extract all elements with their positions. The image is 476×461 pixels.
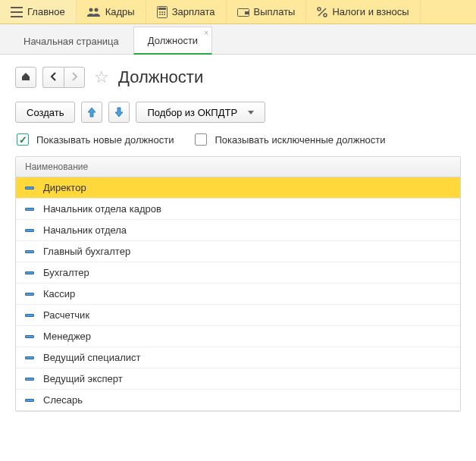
forward-button[interactable] (64, 67, 85, 88)
tab-label: Начальная страница (23, 36, 119, 47)
table-row[interactable]: Ведущий специалист (16, 347, 460, 368)
favorite-icon[interactable]: ☆ (91, 67, 112, 87)
check-icon: ✓ (19, 135, 27, 145)
item-icon (25, 187, 34, 190)
pick-okpdtr-button[interactable]: Подбор из ОКПДТР (136, 102, 265, 123)
tab-home[interactable]: Начальная страница (9, 27, 133, 54)
tab-positions[interactable]: Должности × (133, 27, 212, 55)
arrow-left-icon (49, 72, 58, 83)
move-down-button[interactable] (108, 102, 130, 123)
item-icon (25, 250, 34, 253)
table-row[interactable]: Ведущий эксперт (16, 368, 460, 390)
users-icon (87, 7, 101, 17)
row-name: Директор (43, 182, 86, 193)
arrow-up-icon (87, 107, 96, 118)
svg-point-7 (159, 14, 161, 15)
row-name: Расчетчик (43, 309, 89, 321)
menu-label: Главное (27, 6, 65, 17)
button-label: Создать (27, 107, 64, 118)
tab-bar: Начальная страница Должности × (0, 24, 476, 55)
wallet-icon (237, 7, 249, 17)
percent-icon (317, 7, 327, 17)
checkbox-show-excluded[interactable] (195, 133, 207, 146)
row-name: Начальник отдела (43, 224, 127, 236)
svg-point-12 (318, 8, 321, 11)
svg-rect-3 (158, 8, 166, 10)
item-icon (25, 356, 34, 359)
main-menu: Главное Кадры Зарплата Выплаты Налоги и … (0, 0, 476, 24)
home-button[interactable] (15, 67, 36, 88)
positions-table: Наименование ДиректорНачальник отдела ка… (15, 156, 461, 412)
item-icon (25, 335, 34, 338)
row-name: Слесарь (43, 394, 83, 406)
table-body: ДиректорНачальник отдела кадровНачальник… (16, 177, 460, 411)
menu-label: Зарплата (172, 6, 215, 17)
create-button[interactable]: Создать (15, 102, 75, 123)
row-name: Менеджер (43, 331, 91, 342)
svg-rect-11 (245, 11, 249, 14)
nav-buttons (42, 67, 85, 88)
row-name: Главный бухгалтер (43, 246, 130, 257)
page-title: Должности (118, 67, 203, 87)
filter-bar: ✓ Показывать новые должности Показывать … (15, 133, 461, 146)
item-icon (25, 229, 34, 232)
item-icon (25, 208, 34, 211)
back-button[interactable] (42, 67, 64, 88)
arrow-down-icon (114, 107, 124, 118)
table-row[interactable]: Начальник отдела (16, 220, 460, 241)
column-header: Наименование (25, 162, 88, 172)
row-name: Начальник отдела кадров (43, 203, 161, 215)
row-name: Кассир (43, 288, 75, 299)
item-icon (25, 293, 34, 296)
row-name: Бухгалтер (43, 267, 89, 278)
tab-label: Должности (148, 35, 198, 46)
svg-point-1 (94, 8, 98, 11)
menu-salary[interactable]: Зарплата (146, 0, 227, 24)
arrow-right-icon (70, 72, 79, 83)
move-up-button[interactable] (81, 102, 102, 123)
svg-point-13 (324, 14, 327, 17)
item-icon (25, 314, 34, 317)
table-row[interactable]: Директор (16, 177, 460, 199)
svg-point-9 (164, 14, 165, 15)
table-header[interactable]: Наименование (16, 157, 460, 177)
svg-point-6 (164, 11, 165, 13)
svg-point-0 (89, 8, 92, 11)
menu-personnel[interactable]: Кадры (77, 0, 146, 24)
page-body: ☆ Должности Создать Подбор из ОКПДТР ✓ П… (0, 55, 476, 424)
hamburger-icon (11, 7, 23, 17)
calculator-icon (157, 6, 168, 18)
menu-taxes[interactable]: Налоги и взносы (306, 0, 420, 24)
svg-point-5 (161, 11, 163, 13)
svg-point-4 (159, 11, 161, 13)
table-row[interactable]: Бухгалтер (16, 262, 460, 284)
table-row[interactable]: Начальник отдела кадров (16, 199, 460, 220)
table-row[interactable]: Менеджер (16, 326, 460, 347)
title-bar: ☆ Должности (15, 67, 461, 88)
menu-label: Кадры (105, 6, 135, 17)
table-row[interactable]: Расчетчик (16, 305, 460, 326)
row-name: Ведущий специалист (43, 352, 141, 363)
item-icon (25, 378, 34, 381)
filter-show-excluded: Показывать исключенные должности (195, 133, 385, 146)
table-row[interactable]: Слесарь (16, 390, 460, 411)
filter-label: Показывать исключенные должности (215, 134, 385, 146)
filter-show-new: ✓ Показывать новые должности (17, 133, 174, 146)
menu-payments[interactable]: Выплаты (227, 0, 307, 24)
item-icon (25, 271, 34, 274)
svg-point-8 (161, 14, 163, 15)
item-icon (25, 399, 34, 402)
table-row[interactable]: Главный бухгалтер (16, 241, 460, 262)
button-label: Подбор из ОКПДТР (147, 107, 237, 118)
checkbox-show-new[interactable]: ✓ (17, 133, 29, 146)
filter-label: Показывать новые должности (36, 134, 174, 146)
menu-label: Налоги и взносы (332, 6, 409, 17)
home-icon (20, 71, 31, 84)
row-name: Ведущий эксперт (43, 373, 123, 384)
svg-line-14 (318, 8, 326, 16)
close-icon[interactable]: × (204, 29, 208, 37)
menu-label: Выплаты (254, 6, 296, 17)
menu-main[interactable]: Главное (0, 0, 77, 24)
toolbar: Создать Подбор из ОКПДТР (15, 102, 461, 123)
table-row[interactable]: Кассир (16, 284, 460, 305)
